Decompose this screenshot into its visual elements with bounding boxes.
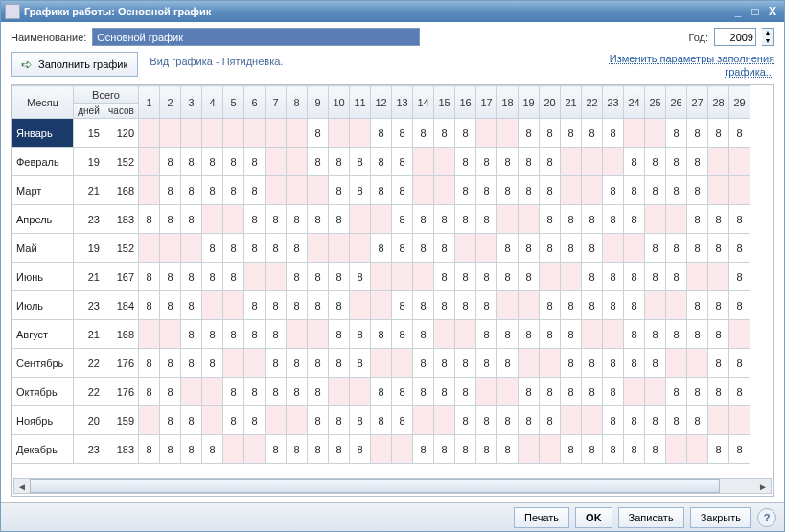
day-cell[interactable]: 8 [687,205,708,234]
day-cell[interactable]: 8 [434,435,455,464]
change-params-link[interactable]: Изменить параметры заполнения графика... [583,52,774,79]
day-cell[interactable]: 8 [666,234,687,263]
day-cell[interactable]: 8 [181,263,202,291]
day-cell[interactable] [139,320,160,349]
day-cell[interactable] [624,119,645,148]
day-cell[interactable] [666,205,687,234]
day-cell[interactable] [497,119,519,148]
day-cell[interactable]: 8 [202,320,223,349]
day-cell[interactable] [139,176,160,205]
day-cell[interactable]: 8 [519,176,540,205]
day-cell[interactable]: 8 [603,263,624,291]
day-cell[interactable]: 8 [476,205,497,234]
day-cell[interactable]: 8 [708,234,729,263]
day-cell[interactable]: 8 [139,291,160,320]
day-cell[interactable]: 8 [497,320,519,349]
day-cell[interactable] [582,176,603,205]
day-cell[interactable]: 8 [223,234,244,263]
day-cell[interactable]: 8 [223,148,244,176]
day-cell[interactable] [645,291,666,320]
day-cell[interactable]: 8 [308,349,329,378]
day-cell[interactable]: 8 [666,119,687,148]
day-cell[interactable]: 8 [350,435,371,464]
day-cell[interactable]: 8 [645,176,666,205]
day-cell[interactable]: 8 [645,148,666,176]
day-cell[interactable]: 8 [455,291,476,320]
day-cell[interactable]: 8 [308,435,329,464]
table-row[interactable]: Июнь2116788888888888888888888 [12,263,750,291]
horizontal-scrollbar[interactable]: ◄ ► [13,478,772,494]
day-cell[interactable] [139,234,160,263]
day-cell[interactable]: 8 [476,435,497,464]
table-row[interactable]: Октябрь22176888888888888888888888 [12,378,750,406]
table-row[interactable]: Июль23184888888888888888888888 [12,291,750,320]
day-cell[interactable] [687,435,708,464]
day-cell[interactable] [645,205,666,234]
day-cell[interactable] [160,119,181,148]
day-cell[interactable] [729,320,750,349]
day-cell[interactable]: 8 [624,435,645,464]
day-cell[interactable]: 8 [434,119,455,148]
day-cell[interactable]: 8 [476,263,497,291]
day-cell[interactable]: 8 [139,205,160,234]
day-cell[interactable]: 8 [181,349,202,378]
day-cell[interactable] [266,119,287,148]
day-cell[interactable]: 8 [603,291,624,320]
scroll-left-icon[interactable]: ◄ [14,481,30,492]
day-cell[interactable]: 8 [666,148,687,176]
day-cell[interactable]: 8 [329,291,350,320]
scroll-right-icon[interactable]: ► [755,481,771,492]
day-cell[interactable]: 8 [540,406,561,435]
day-cell[interactable]: 8 [181,176,202,205]
day-cell[interactable] [561,406,582,435]
day-cell[interactable]: 8 [266,320,287,349]
day-cell[interactable] [434,176,455,205]
day-cell[interactable] [603,148,624,176]
day-cell[interactable] [561,148,582,176]
day-cell[interactable]: 8 [181,320,202,349]
day-cell[interactable]: 8 [223,378,244,406]
day-cell[interactable]: 8 [139,263,160,291]
day-cell[interactable]: 8 [392,320,413,349]
day-cell[interactable]: 8 [476,320,497,349]
day-cell[interactable] [160,320,181,349]
day-cell[interactable]: 8 [476,176,497,205]
day-cell[interactable]: 8 [708,291,729,320]
day-cell[interactable]: 8 [392,119,413,148]
day-cell[interactable]: 8 [329,406,350,435]
day-cell[interactable]: 8 [202,435,223,464]
day-cell[interactable]: 8 [308,378,329,406]
day-cell[interactable] [139,119,160,148]
day-cell[interactable] [244,263,266,291]
day-cell[interactable]: 8 [687,148,708,176]
table-row[interactable]: Декабрь23183888888888888888888888 [12,435,750,464]
day-cell[interactable]: 8 [308,148,329,176]
day-cell[interactable]: 8 [266,205,287,234]
day-cell[interactable] [371,291,392,320]
day-cell[interactable]: 8 [729,291,750,320]
day-cell[interactable]: 8 [519,148,540,176]
day-cell[interactable]: 8 [329,205,350,234]
day-cell[interactable]: 8 [666,406,687,435]
day-cell[interactable] [350,205,371,234]
day-cell[interactable]: 8 [287,263,308,291]
day-cell[interactable]: 8 [708,320,729,349]
day-cell[interactable]: 8 [540,320,561,349]
day-cell[interactable]: 8 [582,378,603,406]
day-cell[interactable] [540,349,561,378]
day-cell[interactable]: 8 [392,148,413,176]
day-cell[interactable] [371,263,392,291]
day-cell[interactable] [329,378,350,406]
fill-schedule-button[interactable]: ➪ Заполнить график [11,52,138,77]
day-cell[interactable]: 8 [645,263,666,291]
day-cell[interactable] [308,320,329,349]
day-cell[interactable]: 8 [371,320,392,349]
day-cell[interactable]: 8 [519,263,540,291]
day-cell[interactable]: 8 [434,378,455,406]
day-cell[interactable] [497,378,519,406]
print-button[interactable]: Печать [514,507,569,528]
day-cell[interactable]: 8 [350,148,371,176]
day-cell[interactable] [139,148,160,176]
day-cell[interactable] [519,435,540,464]
day-cell[interactable]: 8 [329,320,350,349]
